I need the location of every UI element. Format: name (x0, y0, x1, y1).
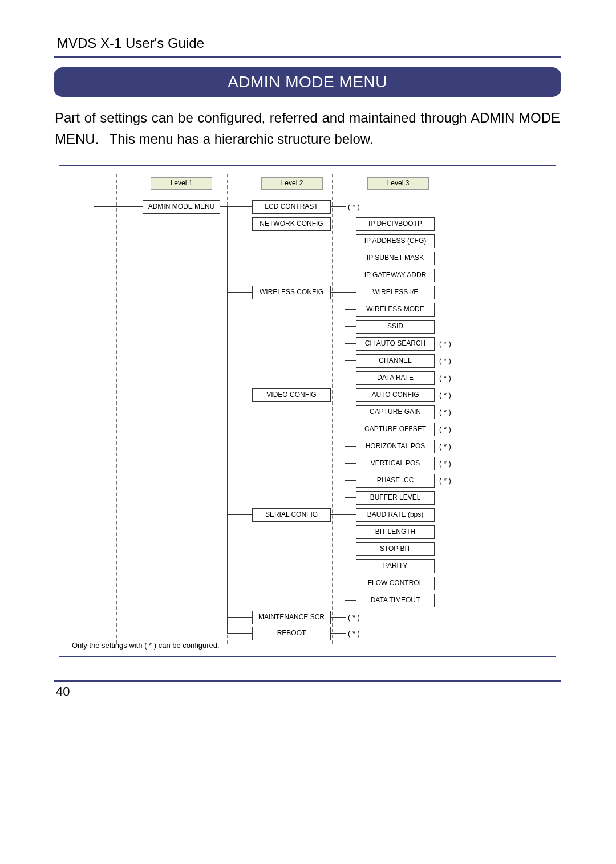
conn (227, 292, 252, 293)
node-ip-dhcp-bootp: IP DHCP/BOOTP (356, 217, 435, 231)
node-horizontal-pos: HORIZONTAL POS (356, 440, 435, 453)
star-vertical-pos: ( * ) (439, 459, 451, 468)
node-wireless-mode: WIRELESS MODE (356, 303, 435, 317)
conn (345, 480, 356, 481)
node-wireless-if: WIRELESS I/F (356, 286, 435, 299)
star-auto-config: ( * ) (439, 391, 451, 399)
conn (227, 395, 252, 395)
star-channel: ( * ) (439, 356, 451, 365)
node-stop-bit: STOP BIT (356, 542, 435, 556)
conn (227, 617, 252, 618)
node-auto-config: AUTO CONFIG (356, 388, 435, 402)
conn (345, 241, 356, 241)
conn (227, 633, 252, 634)
conn (94, 206, 143, 207)
conn (345, 532, 356, 532)
node-ip-subnet-mask: IP SUBNET MASK (356, 252, 435, 265)
conn (330, 206, 346, 207)
node-network-config: NETWORK CONFIG (252, 217, 331, 231)
guide-level1 (116, 174, 117, 644)
conn (345, 566, 356, 566)
node-baud-rate: BAUD RATE (bps) (356, 508, 435, 522)
conn (345, 258, 356, 258)
conn (345, 497, 356, 498)
running-header: MVDS X-1 User's Guide (54, 35, 561, 56)
star-data-rate: ( * ) (439, 374, 451, 382)
node-vertical-pos: VERTICAL POS (356, 457, 435, 470)
node-ssid: SSID (356, 320, 435, 334)
node-video-config: VIDEO CONFIG (252, 388, 331, 402)
intro-paragraph: Part of settings can be configured, refe… (54, 107, 561, 149)
conn (330, 224, 346, 224)
spine-net (345, 224, 345, 275)
footer-rule (54, 680, 561, 682)
node-reboot: REBOOT (252, 627, 331, 640)
page: MVDS X-1 User's Guide ADMIN MODE MENU Pa… (54, 35, 561, 657)
node-data-rate: DATA RATE (356, 371, 435, 385)
conn (345, 378, 356, 378)
conn (330, 617, 346, 618)
node-maintenance-scr: MAINTENANCE SCR (252, 611, 331, 624)
star-ch-auto: ( * ) (439, 339, 451, 348)
hierarchy-diagram: Level 1 Level 2 Level 3 ADMIN MODE MENU … (59, 165, 556, 657)
conn (345, 309, 356, 310)
node-serial-config: SERIAL CONFIG (252, 508, 331, 522)
spine-ser (345, 514, 345, 600)
guide-level3 (332, 174, 333, 644)
conn (227, 514, 252, 515)
diagram-footnote: Only the settings with ( * ) can be conf… (72, 641, 220, 650)
col-header-l1: Level 1 (151, 177, 212, 190)
col-header-l2: Level 2 (261, 177, 323, 190)
conn (345, 275, 356, 275)
node-data-timeout: DATA TIMEOUT (356, 594, 435, 607)
conn (345, 600, 356, 601)
node-buffer-level: BUFFER LEVEL (356, 491, 435, 505)
conn (345, 514, 356, 515)
conn (345, 326, 356, 327)
star-maint: ( * ) (348, 613, 360, 622)
star-reboot: ( * ) (348, 629, 360, 638)
node-flow-control: FLOW CONTROL (356, 577, 435, 590)
star-lcd: ( * ) (348, 202, 360, 211)
node-ip-address-cfg: IP ADDRESS (CFG) (356, 234, 435, 248)
col-header-l3: Level 3 (367, 177, 429, 190)
node-bit-length: BIT LENGTH (356, 525, 435, 539)
conn (345, 446, 356, 447)
conn (227, 224, 252, 224)
node-capture-offset: CAPTURE OFFSET (356, 423, 435, 436)
node-phase-cc: PHASE_CC (356, 474, 435, 488)
conn (345, 549, 356, 549)
conn (227, 206, 252, 207)
header-rule (54, 56, 561, 58)
conn (345, 343, 356, 344)
node-parity: PARITY (356, 559, 435, 573)
star-capture-gain: ( * ) (439, 408, 451, 416)
conn (330, 395, 346, 395)
conn (330, 514, 346, 515)
section-title: ADMIN MODE MENU (54, 67, 561, 97)
conn (345, 360, 356, 361)
star-capture-offset: ( * ) (439, 425, 451, 433)
node-admin-mode-menu: ADMIN MODE MENU (143, 200, 220, 214)
spine-wl (345, 292, 345, 378)
conn (330, 633, 346, 634)
conn (345, 224, 356, 224)
conn (345, 395, 356, 395)
conn (345, 463, 356, 464)
node-channel: CHANNEL (356, 354, 435, 368)
conn (345, 429, 356, 429)
conn (345, 583, 356, 583)
node-lcd-contrast: LCD CONTRAST (252, 200, 331, 214)
spine-l2 (227, 206, 228, 633)
node-capture-gain: CAPTURE GAIN (356, 405, 435, 419)
node-ch-auto-search: CH AUTO SEARCH (356, 337, 435, 351)
star-horizontal-pos: ( * ) (439, 442, 451, 451)
node-ip-gateway-addr: IP GATEWAY ADDR (356, 269, 435, 282)
conn (330, 292, 346, 293)
node-wireless-config: WIRELESS CONFIG (252, 286, 331, 299)
star-phase-cc: ( * ) (439, 476, 451, 485)
conn (345, 412, 356, 412)
conn (345, 292, 356, 293)
page-number: 40 (56, 684, 70, 699)
